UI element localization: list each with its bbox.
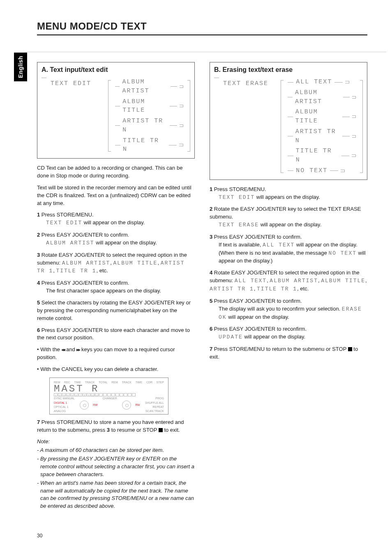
diagram-a-item: ALBUM TITLE: [122, 97, 167, 115]
lcd-text: TEXT ERASE: [219, 222, 259, 228]
note-item: - By pressing the EASY JOG/ENTER key or …: [37, 455, 195, 479]
step-a6: 6 Press EASY JOG/ENTER to store each cha…: [37, 327, 195, 342]
panel-a: A. Text input/text edit TEXT EDIT ALBUM …: [37, 62, 195, 159]
diagram-a-item: TITLE TR N: [123, 136, 166, 154]
panel-a-title: A. Text input/text edit: [42, 65, 190, 74]
column-b: B. Erasing text/text erase TEXT ERASE AL…: [210, 62, 367, 511]
diagram-b-item: TITLE TR N: [296, 147, 339, 165]
note-item: - When an artist's name has been stored …: [37, 479, 195, 510]
bullet-cursor: • With the ◂◂ and ▸▸ keys you can move t…: [37, 346, 195, 362]
panel-b-title: B. Erasing text/text erase: [214, 65, 363, 74]
diagram-a: TEXT EDIT ALBUM ARTIST ALBUM TITLE ARTIS…: [42, 78, 190, 154]
intro-1: CD Text can be added to a recording or c…: [37, 164, 195, 180]
note-heading: Note:: [37, 438, 195, 446]
step-b6: 6 Press EASY JOG/ENTER to reconfirm. UPD…: [210, 325, 367, 341]
diagram-b-item: ALL TEXT: [296, 78, 332, 87]
step-a2: 2 Press EASY JOG/ENTER to confirm. ALBUM…: [37, 231, 195, 247]
step-a4: 4 Press EASY JOG/ENTER to confirm. The f…: [37, 279, 195, 295]
rw-badge: RW: [93, 403, 98, 407]
lcd-text: TEXT EDIT: [219, 194, 255, 200]
diagram-a-item: ALBUM ARTIST: [122, 78, 168, 96]
step-b2: 2 Rotate the EASY JOG/ENTER key to selec…: [210, 205, 367, 229]
step-b3: 3 Press EASY JOG/ENTER to confirm. If te…: [210, 233, 367, 265]
intro-2: Text will be stored in the recorder memo…: [37, 184, 195, 207]
page-number: 30: [37, 533, 42, 539]
diagram-b-item: ARTIST TR N: [295, 127, 340, 145]
lcd-text: ALBUM ARTIST: [46, 240, 95, 246]
lcd-display-illustration: REMRECTIMETRACKTOTALREMTRACKTIMECDRSTEP …: [49, 378, 168, 415]
page-title: MENU MODE/CD TEXT: [37, 21, 367, 32]
step-b7: 7 Press STORE/MENU to return to the subm…: [210, 345, 367, 361]
disc-icon: [80, 401, 89, 410]
diagram-b-root: TEXT ERASE: [223, 78, 268, 88]
step-b1: 1 Press STORE/MENU. TEXT EDIT will appea…: [210, 186, 367, 202]
stop-icon: [159, 428, 163, 432]
step-a5: 5 Select the characters by rotating the …: [37, 299, 195, 322]
disc-icon: [122, 401, 131, 410]
diagram-b-item: ALBUM TITLE: [295, 108, 340, 126]
step-a1: 1 Press STORE/MENU. TEXT EDIT will appea…: [37, 211, 195, 227]
thin-rule: [25, 52, 386, 52]
lcd-text: TEXT EDIT: [46, 220, 82, 226]
column-a: A. Text input/text edit TEXT EDIT ALBUM …: [37, 62, 195, 511]
diagram-b-item: ALBUM ARTIST: [295, 88, 341, 106]
diagram-a-item: ARTIST TR N: [122, 117, 167, 135]
step-a3: 3 Rotate EASY JOG/ENTER to select the re…: [37, 251, 195, 276]
diagram-b-item: NO TEXT: [296, 166, 327, 175]
step-b5: 5 Press EASY JOG/ENTER to confirm. The d…: [210, 297, 367, 322]
stop-icon: [348, 347, 352, 351]
rw-badge: RW: [135, 403, 140, 407]
note-item: - A maximum of 60 characters can be stor…: [37, 447, 195, 454]
step-a7: 7 Press STORE/MENU to store a name you h…: [37, 419, 195, 434]
title-rule: [37, 35, 367, 35]
step-b4: 4 Rotate EASY JOG/ENTER to select the re…: [210, 269, 367, 293]
bullet-cancel: • With the CANCEL key you can delete a c…: [37, 366, 195, 373]
lcd-big-text: MAST R: [54, 385, 164, 394]
diagram-b: TEXT ERASE ALL TEXT ALBUM ARTIST ALBUM T…: [214, 78, 363, 175]
diagram-a-root: TEXT EDIT: [51, 78, 91, 88]
panel-b: B. Erasing text/text erase TEXT ERASE AL…: [210, 62, 367, 180]
language-tab: English: [14, 53, 27, 81]
